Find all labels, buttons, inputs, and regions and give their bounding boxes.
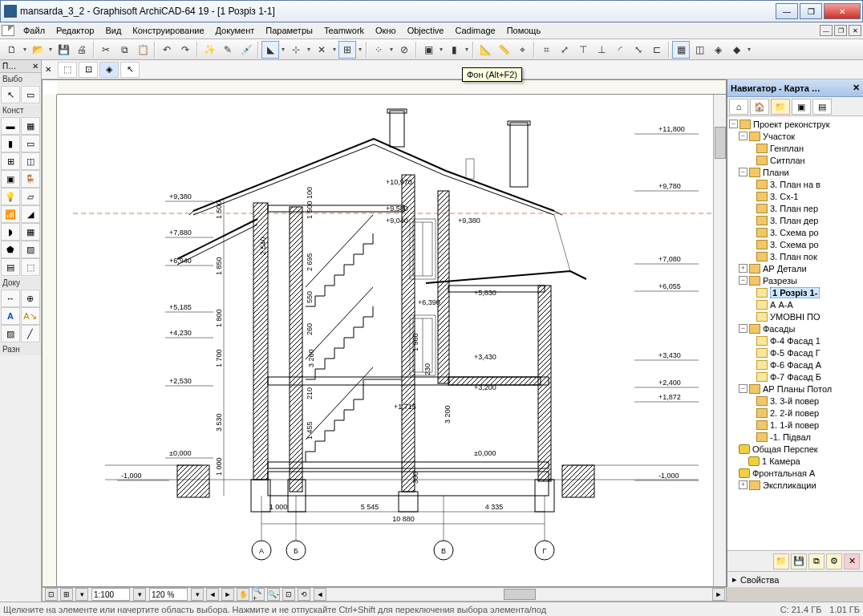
pan-icon[interactable]: ✋ xyxy=(237,588,249,601)
zoom-in-icon[interactable]: 🔍+ xyxy=(252,588,265,601)
workspace-button[interactable]: ◫ xyxy=(691,41,708,59)
mdi-close[interactable]: ✕ xyxy=(849,25,861,36)
object-tool[interactable]: 🪑 xyxy=(21,170,40,188)
new-button[interactable]: 🗋 xyxy=(3,41,21,59)
shell-tool[interactable]: ◗ xyxy=(1,223,20,241)
arrow-tool[interactable]: ↖ xyxy=(1,86,20,103)
snap-button[interactable]: ◣ xyxy=(261,41,279,59)
level-dim-tool[interactable]: ⊕ xyxy=(21,290,40,307)
measure-button[interactable]: 📐 xyxy=(476,41,494,59)
zoom-drop[interactable]: ▾ xyxy=(191,588,204,601)
mesh-tool[interactable]: ▦ xyxy=(21,223,40,241)
zoom-100-icon[interactable]: ⊞ xyxy=(60,588,73,601)
syringe-button[interactable]: 💉 xyxy=(237,41,255,59)
mdi-restore[interactable]: ❐ xyxy=(834,25,847,36)
menu-cadimage[interactable]: Cadimage xyxy=(449,23,500,38)
context-close[interactable]: ✕ xyxy=(45,65,51,74)
text-tool[interactable]: A xyxy=(1,307,20,325)
scroll-thumb-h[interactable] xyxy=(504,589,536,600)
menu-teamwork[interactable]: Teamwork xyxy=(318,23,370,38)
marquee-button[interactable]: ▦ xyxy=(672,41,690,59)
curtain-wall-tool[interactable]: ▦ xyxy=(21,117,40,135)
navigator-properties[interactable]: ▸Свойства xyxy=(727,571,863,587)
coord-button[interactable]: ⌖ xyxy=(513,41,531,59)
dimension-tool[interactable]: ↔ xyxy=(1,290,20,307)
menu-view[interactable]: Вид xyxy=(99,23,127,38)
nav-save-view[interactable]: 💾 xyxy=(791,553,807,569)
lamp-tool[interactable]: 💡 xyxy=(1,188,20,205)
scroll-right[interactable]: ► xyxy=(712,588,725,601)
resize-button[interactable]: ⤡ xyxy=(630,41,647,59)
nav-tab-layout[interactable]: 📁 xyxy=(771,99,790,115)
zone-tool[interactable]: ▨ xyxy=(21,241,40,258)
mdi-minimize[interactable]: — xyxy=(820,25,833,36)
undo-button[interactable]: ↶ xyxy=(158,41,176,59)
toolbox-close-icon[interactable]: ✕ xyxy=(32,62,38,71)
extra-tool[interactable]: ⬚ xyxy=(21,258,40,276)
door-tool[interactable]: ◫ xyxy=(21,152,40,170)
marquee-tool[interactable]: ▭ xyxy=(21,86,40,103)
3d-button[interactable]: ◈ xyxy=(709,41,727,59)
roof-tool[interactable]: ◢ xyxy=(21,205,40,223)
menu-design[interactable]: Конструирование xyxy=(127,23,209,38)
menu-help[interactable]: Помощь xyxy=(501,23,547,38)
eyedropper-button[interactable]: ✎ xyxy=(219,41,237,59)
open-button[interactable]: 📂 xyxy=(29,41,47,59)
minimize-button[interactable]: — xyxy=(776,3,798,19)
split-button[interactable]: ⌗ xyxy=(537,41,555,59)
magic-wand-button[interactable]: ✨ xyxy=(201,41,218,59)
fill-tool[interactable]: ▨ xyxy=(1,325,20,342)
nav-settings[interactable]: ⚙ xyxy=(826,553,842,569)
trim-button[interactable]: ⊤ xyxy=(574,41,592,59)
zoom-fit-icon[interactable]: ⊡ xyxy=(45,588,58,601)
stair-tool[interactable]: 📶 xyxy=(1,205,20,223)
window-tool[interactable]: ⊞ xyxy=(1,152,20,170)
cursor-arrow[interactable]: ↖ xyxy=(120,62,140,78)
trace-button[interactable]: ▮ xyxy=(445,41,463,59)
slab-tool[interactable]: ▱ xyxy=(21,188,40,205)
layers-button[interactable]: ▣ xyxy=(419,41,437,59)
morph-tool[interactable]: ⬟ xyxy=(1,241,20,258)
nav-tab-project[interactable]: ⌂ xyxy=(729,99,748,115)
drawing-canvas[interactable]: А Б В Г 1 000 5 545 4 335 10 880 + xyxy=(42,79,727,587)
render-button[interactable]: ◆ xyxy=(727,41,745,59)
menu-window[interactable]: Окно xyxy=(370,23,402,38)
grid-snap-button[interactable]: ⊞ xyxy=(338,41,356,59)
navigator-close-icon[interactable]: ✕ xyxy=(853,83,860,93)
skylight-tool[interactable]: ▣ xyxy=(1,170,20,188)
guide-button[interactable]: ⊹ xyxy=(287,41,305,59)
scale-field[interactable]: 1:100 xyxy=(91,588,130,601)
zoom-window-icon[interactable]: ⊡ xyxy=(282,588,295,601)
close-button[interactable]: ✕ xyxy=(824,3,861,19)
navigator-tree[interactable]: −Проект реконструк −Участок Генплан Ситп… xyxy=(727,116,863,550)
redo-button[interactable]: ↷ xyxy=(176,41,194,59)
expand-icon[interactable]: − xyxy=(729,120,738,128)
copy-button[interactable]: ⧉ xyxy=(115,41,133,59)
zoom-out-icon[interactable]: 🔍- xyxy=(267,588,280,601)
label-tool[interactable]: A↘ xyxy=(21,307,40,325)
nav-prev[interactable]: ◄ xyxy=(206,588,219,601)
nav-tab-publisher[interactable]: ▣ xyxy=(792,99,811,115)
suspend-button[interactable]: ⊘ xyxy=(395,41,413,59)
menu-edit[interactable]: Редактор xyxy=(51,23,99,38)
grid-button[interactable]: ⁘ xyxy=(370,41,387,59)
wall-tool[interactable]: ▬ xyxy=(1,117,20,135)
menu-document[interactable]: Документ xyxy=(210,23,261,38)
nav-delete[interactable]: ✕ xyxy=(844,553,860,569)
nav-clone[interactable]: ⧉ xyxy=(808,553,825,569)
fillet-button[interactable]: ◜ xyxy=(611,41,629,59)
menu-file[interactable]: Файл xyxy=(18,23,51,38)
offset-button[interactable]: ⊏ xyxy=(648,41,666,59)
scale-drop[interactable]: ▾ xyxy=(133,588,146,601)
scroll-left[interactable]: ◄ xyxy=(314,588,326,601)
menu-options[interactable]: Параметры xyxy=(260,23,318,38)
column-tool[interactable]: ▮ xyxy=(1,135,20,152)
zoom-options-icon[interactable]: ▾ xyxy=(75,588,88,601)
orbit-icon[interactable]: ⟲ xyxy=(298,588,310,601)
geometry-method-2[interactable]: ⊡ xyxy=(79,62,98,78)
ruler-button[interactable]: 📏 xyxy=(495,41,513,59)
line-tool[interactable]: ╱ xyxy=(21,325,40,342)
nav-tab-view[interactable]: 🏠 xyxy=(750,99,769,115)
cw-tool2[interactable]: ▤ xyxy=(1,258,20,276)
adjust-button[interactable]: ⤢ xyxy=(556,41,573,59)
